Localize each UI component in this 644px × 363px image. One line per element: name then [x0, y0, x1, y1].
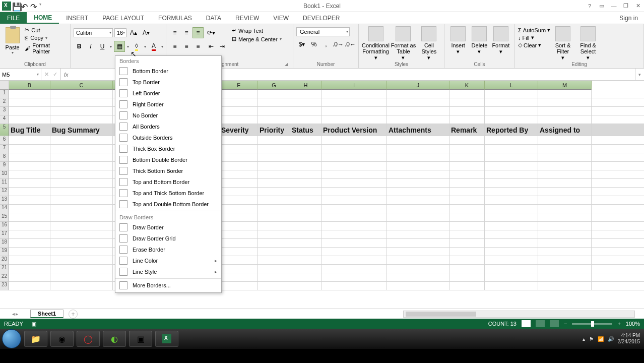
- cell-J23[interactable]: [387, 282, 449, 290]
- align-bottom-icon[interactable]: ≡: [192, 27, 204, 38]
- cell-M14[interactable]: [538, 205, 592, 213]
- cell-J15[interactable]: [387, 213, 449, 221]
- decrease-decimal-icon[interactable]: .0←: [345, 39, 356, 50]
- cell-G6[interactable]: [258, 136, 290, 144]
- cell-G13[interactable]: [258, 196, 290, 204]
- cell-G17[interactable]: [258, 230, 290, 238]
- font-name-combo[interactable]: Calibri▾: [74, 28, 113, 37]
- cell-K6[interactable]: [449, 136, 485, 144]
- menu-item-erase[interactable]: Erase Border: [115, 244, 221, 255]
- menu-item-thickbot[interactable]: Thick Bottom Border: [115, 165, 221, 176]
- page-layout-view-icon[interactable]: [536, 320, 545, 327]
- font-color-dropdown-icon[interactable]: ▾: [160, 41, 165, 52]
- row-header-3[interactable]: 3: [0, 107, 9, 115]
- expand-formula-bar-icon[interactable]: ▾: [635, 69, 644, 80]
- cell-J7[interactable]: [387, 145, 449, 153]
- align-middle-icon[interactable]: ≡: [181, 27, 192, 38]
- cell-K3[interactable]: [449, 107, 485, 115]
- cell-F18[interactable]: [220, 239, 258, 247]
- col-header-C[interactable]: C: [50, 81, 113, 90]
- cell-L5[interactable]: Reported By: [485, 124, 538, 136]
- cell-I6[interactable]: [321, 136, 387, 144]
- cell-L22[interactable]: [485, 273, 538, 281]
- cell-B4[interactable]: [9, 115, 50, 124]
- cell-K17[interactable]: [449, 230, 485, 238]
- cell-H12[interactable]: [290, 188, 321, 196]
- borders-button[interactable]: ▦: [114, 41, 125, 52]
- cell-K10[interactable]: [449, 170, 485, 178]
- cell-I11[interactable]: [321, 179, 387, 187]
- cell-K13[interactable]: [449, 196, 485, 204]
- cell-C13[interactable]: [50, 196, 113, 204]
- cell-J20[interactable]: [387, 256, 449, 264]
- cell-L17[interactable]: [485, 230, 538, 238]
- font-color-button[interactable]: A: [148, 41, 159, 52]
- cell-H7[interactable]: [290, 145, 321, 153]
- cell-K8[interactable]: [449, 153, 485, 161]
- increase-decimal-icon[interactable]: .0→: [333, 39, 344, 50]
- cell-G16[interactable]: [258, 222, 290, 230]
- col-header-J[interactable]: J: [387, 81, 449, 90]
- zoom-in-icon[interactable]: +: [617, 321, 620, 327]
- menu-item-topbot[interactable]: Top and Bottom Border: [115, 176, 221, 188]
- cell-I23[interactable]: [321, 282, 387, 290]
- cell-I1[interactable]: [321, 90, 387, 98]
- col-header-H[interactable]: H: [290, 81, 321, 90]
- italic-button[interactable]: I: [85, 41, 96, 52]
- cell-B8[interactable]: [9, 153, 50, 161]
- cell-F2[interactable]: [220, 98, 258, 106]
- menu-item-all[interactable]: All Borders: [115, 121, 221, 132]
- row-header-2[interactable]: 2: [0, 98, 9, 107]
- cell-M16[interactable]: [538, 222, 592, 230]
- cell-C15[interactable]: [50, 213, 113, 221]
- menu-item-grid[interactable]: Draw Border Grid: [115, 233, 221, 244]
- cell-F1[interactable]: [220, 90, 258, 98]
- col-header-K[interactable]: K: [449, 81, 485, 90]
- cell-H14[interactable]: [290, 205, 321, 213]
- wrap-text-button[interactable]: ↵Wrap Text: [232, 27, 282, 34]
- cell-F9[interactable]: [220, 162, 258, 170]
- cell-M8[interactable]: [538, 153, 592, 161]
- cell-C5[interactable]: Bug Summary: [50, 124, 113, 136]
- tray-flag-icon[interactable]: ⚑: [589, 336, 594, 342]
- horizontal-scrollbar[interactable]: [403, 311, 635, 318]
- cell-L13[interactable]: [485, 196, 538, 204]
- tray-network-icon[interactable]: 📶: [598, 336, 604, 342]
- col-header-I[interactable]: I: [321, 81, 387, 90]
- row-header-20[interactable]: 20: [0, 256, 9, 265]
- menu-item-topthick[interactable]: Top and Thick Bottom Border: [115, 188, 221, 199]
- cell-M7[interactable]: [538, 145, 592, 153]
- cell-M4[interactable]: [538, 115, 592, 124]
- cell-B6[interactable]: [9, 136, 50, 144]
- row-header-6[interactable]: 6: [0, 136, 9, 145]
- minimize-button[interactable]: —: [610, 2, 618, 10]
- cell-B20[interactable]: [9, 256, 50, 264]
- cell-M21[interactable]: [538, 265, 592, 273]
- cell-L23[interactable]: [485, 282, 538, 290]
- undo-icon[interactable]: ↶: [21, 2, 29, 10]
- cell-I8[interactable]: [321, 153, 387, 161]
- cell-I3[interactable]: [321, 107, 387, 115]
- cell-B13[interactable]: [9, 196, 50, 204]
- row-header-22[interactable]: 22: [0, 273, 9, 282]
- cell-C2[interactable]: [50, 98, 113, 106]
- cell-B17[interactable]: [9, 230, 50, 238]
- orientation-icon[interactable]: ⟳▾: [206, 27, 217, 38]
- format-as-table-button[interactable]: Format as Table▾: [390, 25, 417, 61]
- decrease-font-icon[interactable]: A▾: [141, 27, 152, 38]
- cell-C22[interactable]: [50, 273, 113, 281]
- cell-H5[interactable]: Status: [290, 124, 321, 136]
- cell-C7[interactable]: [50, 145, 113, 153]
- cell-I7[interactable]: [321, 145, 387, 153]
- cell-C21[interactable]: [50, 265, 113, 273]
- cell-L4[interactable]: [485, 115, 538, 124]
- start-button[interactable]: [2, 329, 21, 348]
- increase-indent-icon[interactable]: ⇥: [217, 41, 228, 52]
- cell-C10[interactable]: [50, 170, 113, 178]
- cell-M1[interactable]: [538, 90, 592, 98]
- row-header-19[interactable]: 19: [0, 248, 9, 256]
- cell-J13[interactable]: [387, 196, 449, 204]
- cell-K19[interactable]: [449, 248, 485, 256]
- cell-M2[interactable]: [538, 98, 592, 106]
- align-left-icon[interactable]: ≡: [169, 41, 180, 52]
